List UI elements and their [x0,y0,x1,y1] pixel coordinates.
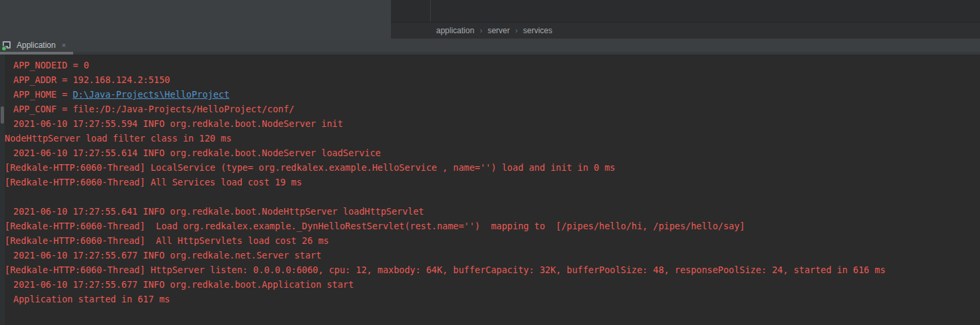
console-line-text: 2021-06-10 17:27:55.677 INFO org.redkale… [13,279,354,290]
console-line: [Redkale-HTTP:6060-Thread] All Services … [0,175,980,189]
breadcrumb-item-server[interactable]: server [487,26,509,35]
console-line: NodeHttpServer load filter class in 120 … [0,131,980,146]
console-line: 2021-06-10 17:27:55.677 INFO org.redkale… [0,248,980,263]
breadcrumb-item-services[interactable]: services [523,26,552,35]
editor-pane-left [0,0,391,39]
console-line: APP_HOME = D:\Java-Projects\HelloProject [0,87,980,102]
running-status-dot [1,46,7,51]
console-line: Application started in 617 ms [0,292,980,306]
scrollbar-thumb[interactable] [1,106,4,124]
console-line: [Redkale-HTTP:6060-Thread] Load org.redk… [0,219,980,233]
run-console-icon [2,41,13,50]
console-line-text: 2021-06-10 17:27:55.594 INFO org.redkale… [13,118,343,129]
console-line-text: 2021-06-10 17:27:55.614 INFO org.redkale… [13,148,381,158]
console-line-text: 2021-06-10 17:27:55.677 INFO org.redkale… [13,250,321,261]
breadcrumb-item-application[interactable]: application [436,26,474,35]
console-line-text: [Redkale-HTTP:6060-Thread] All Services … [5,177,302,187]
console-line-text: NodeHttpServer load filter class in 120 … [5,133,231,144]
console-line: 2021-06-10 17:27:55.594 INFO org.redkale… [0,116,980,131]
console-line: 2021-06-10 17:27:55.641 INFO org.redkale… [0,204,980,219]
console-line: [Redkale-HTTP:6060-Thread] All HttpServl… [0,233,980,248]
console-line-text: Application started in 617 ms [13,294,170,304]
editor-pane-right [391,0,980,22]
console-gutter [0,54,5,325]
console-line-text: APP_ADDR = 192.168.124.2:5150 [13,74,170,85]
console-line: [Redkale-HTTP:6060-Thread] HttpServer li… [0,263,980,277]
breadcrumb: application›server›services [391,23,980,39]
console-output[interactable]: APP_NODEID = 0APP_ADDR = 192.168.124.2:5… [0,54,980,325]
selected-tab-underline [0,52,73,54]
console-line-text: [Redkale-HTTP:6060-Thread] HttpServer li… [5,265,886,275]
file-path-link[interactable]: D:\Java-Projects\HelloProject [72,89,229,100]
console-blank-line [0,189,980,204]
ide-window: application›server›services Application … [0,0,980,325]
chevron-right-icon: › [515,26,518,35]
console-line-text: [Redkale-HTTP:6060-Thread] All HttpServl… [5,235,329,246]
tab-label: Application [17,41,56,50]
console-line-text: [Redkale-HTTP:6060-Thread] LocalService … [5,162,615,173]
console-line-text: APP_NODEID = 0 [13,60,89,70]
console-line: 2021-06-10 17:27:55.677 INFO org.redkale… [0,277,980,292]
console-line: [Redkale-HTTP:6060-Thread] LocalService … [0,160,980,175]
run-toolwindow-tabbar: Application × [0,39,980,56]
console-line: APP_ADDR = 192.168.124.2:5150 [0,72,980,87]
console-line: 2021-06-10 17:27:55.614 INFO org.redkale… [0,146,980,160]
editor-split-divider [430,0,431,22]
tab-application[interactable]: Application × [0,39,70,52]
console-line: APP_NODEID = 0 [0,58,980,72]
console-line: APP_CONF = file:/D:/Java-Projects/HelloP… [0,102,980,116]
console-line-text: APP_HOME = [13,89,72,100]
chevron-right-icon: › [479,26,482,35]
console-line-text: APP_CONF = file:/D:/Java-Projects/HelloP… [13,104,295,114]
close-icon[interactable]: × [62,42,66,49]
console-line-text: 2021-06-10 17:27:55.641 INFO org.redkale… [13,206,424,217]
console-line-text: [Redkale-HTTP:6060-Thread] Load org.redk… [5,221,745,231]
